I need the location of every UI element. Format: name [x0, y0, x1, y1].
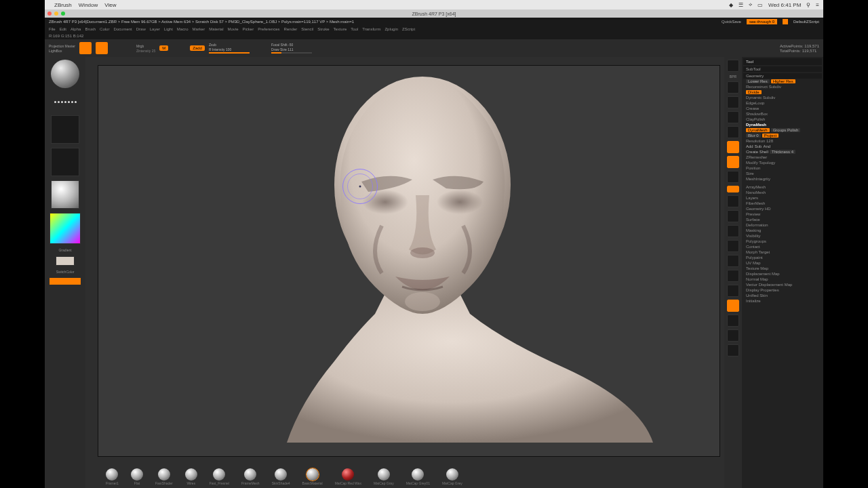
shelf-btn[interactable]	[727, 126, 739, 138]
panel-title[interactable]: Tool	[743, 58, 822, 65]
surface-section[interactable]: Surface	[743, 217, 822, 222]
vdispmap-section[interactable]: Vector Displacement Map	[743, 282, 822, 287]
higherres-button[interactable]: Higher Res	[771, 79, 795, 83]
zoom-button[interactable]	[727, 255, 739, 267]
morphtarget-section[interactable]: Morph Target	[743, 249, 822, 255]
solo-button[interactable]	[727, 344, 739, 357]
menu-item[interactable]: Preferences	[258, 27, 279, 31]
mac-menu-view[interactable]: View	[104, 2, 116, 8]
mac-menu-window[interactable]: Window	[79, 2, 98, 8]
geometry-section[interactable]: Geometry	[743, 73, 822, 79]
projection-master-button[interactable]: Projection Master	[49, 44, 75, 48]
menu-item[interactable]: Marker	[192, 27, 205, 31]
material-selector[interactable]	[51, 180, 79, 209]
material-item[interactable]: Wires	[185, 468, 197, 485]
lightbox-button[interactable]: LightBox	[49, 49, 75, 53]
shelf-btn[interactable]	[727, 96, 739, 108]
gradient-label[interactable]: Gradient	[58, 248, 71, 252]
deformation-section[interactable]: Deformation	[743, 222, 822, 228]
zsub-toggle[interactable]: Zsub	[209, 43, 250, 47]
minimize-icon[interactable]	[54, 12, 58, 16]
menu-item[interactable]: Texture	[334, 27, 347, 31]
dispprops-section[interactable]: Display Properties	[743, 287, 822, 293]
menu-item[interactable]: Zplugin	[384, 27, 398, 31]
menu-item[interactable]: Movie	[228, 27, 239, 31]
xyz-button[interactable]	[727, 186, 739, 192]
draw-mode-button[interactable]	[96, 42, 108, 54]
crease-section[interactable]: Crease	[743, 106, 822, 111]
maximize-icon[interactable]	[61, 12, 65, 16]
texture-selector[interactable]	[51, 148, 79, 176]
material-item[interactable]: SkinShade4	[272, 468, 290, 485]
floor-button[interactable]	[727, 156, 739, 168]
material-item[interactable]: MatCap Grey	[442, 468, 462, 485]
resolution-slider[interactable]: Resolution 128	[743, 138, 822, 144]
nanomesh-section[interactable]: NanoMesh	[743, 190, 822, 195]
layers-section[interactable]: Layers	[743, 195, 822, 201]
dynamesh-section[interactable]: DynaMesh	[743, 122, 822, 127]
fibermesh-section[interactable]: FiberMesh	[743, 201, 822, 206]
groups-polish[interactable]: Groups Polish	[771, 128, 801, 132]
claypolish-section[interactable]: ClayPolish	[743, 117, 822, 122]
quicksave-button[interactable]: QuickSave	[722, 20, 741, 24]
and-button[interactable]: And	[763, 144, 770, 148]
seethrough-slider[interactable]: see-through 0	[747, 19, 777, 24]
color-picker[interactable]	[50, 213, 81, 244]
zadd-toggle[interactable]: Zadd	[190, 45, 205, 51]
defaultscript-toggle[interactable]	[783, 19, 788, 24]
normalmap-section[interactable]: Normal Map	[743, 277, 822, 282]
menu-item[interactable]: ZScript	[402, 27, 415, 31]
ghost-button[interactable]	[727, 329, 739, 342]
dispmap-section[interactable]: Displacement Map	[743, 271, 822, 277]
shelf-btn[interactable]	[727, 111, 739, 123]
blur-slider[interactable]: Blur 0	[746, 134, 761, 138]
initialize-section[interactable]: Initialize	[743, 298, 822, 304]
viewport[interactable]	[98, 65, 720, 457]
unified-section[interactable]: Unified Skin	[743, 293, 822, 298]
menu-item[interactable]: Picker	[243, 27, 254, 31]
preview-section[interactable]: Preview	[743, 211, 822, 217]
mrgb-toggle[interactable]: Mrgb	[136, 44, 155, 48]
m-toggle[interactable]: M	[159, 45, 168, 51]
polygroups-section[interactable]: Polygroups	[743, 239, 822, 244]
position-section[interactable]: Position	[743, 165, 822, 171]
texturemap-section[interactable]: Texture Map	[743, 266, 822, 271]
material-item[interactable]: MatCap Gray	[374, 468, 394, 485]
sub-button[interactable]: Sub	[755, 144, 762, 148]
menu-item[interactable]: Draw	[136, 27, 146, 31]
masking-section[interactable]: Masking	[743, 228, 822, 233]
menu-item[interactable]: Light	[164, 27, 173, 31]
thickness-slider[interactable]: Thickness 4	[770, 150, 795, 154]
alpha-selector[interactable]	[51, 115, 79, 144]
createshell-button[interactable]: Create Shell	[746, 150, 768, 154]
bpr-button[interactable]	[727, 60, 739, 72]
menu-item[interactable]: Brush	[85, 27, 96, 31]
menu-item[interactable]: Material	[209, 27, 223, 31]
menu-item[interactable]: Color	[100, 27, 109, 31]
lowerres-button[interactable]: Lower Res	[746, 79, 770, 83]
canvas-area[interactable]	[85, 57, 724, 488]
menu-item[interactable]: Transform	[362, 27, 380, 31]
scale-button[interactable]	[727, 225, 739, 237]
menu-item[interactable]: Macro	[177, 27, 189, 31]
persp-button[interactable]	[727, 141, 739, 153]
stroke-selector[interactable]	[51, 92, 79, 111]
modtopo-section[interactable]: Modify Topology	[743, 160, 822, 165]
brush-selector[interactable]	[51, 60, 79, 88]
frame-button[interactable]	[727, 195, 739, 207]
arraymesh-section[interactable]: ArrayMesh	[743, 184, 822, 190]
dynamic-subdiv[interactable]: Dynamic Subdiv	[743, 95, 822, 100]
material-item[interactable]: Flat	[131, 468, 143, 485]
material-item[interactable]: FrameMesh	[241, 468, 260, 485]
close-icon[interactable]	[47, 12, 52, 16]
main-color-swatch[interactable]	[56, 256, 75, 266]
visibility-section[interactable]: Visibility	[743, 233, 822, 239]
material-item[interactable]: MatCap Red Wax	[335, 468, 361, 485]
wifi-icon[interactable]: ⟡	[749, 1, 752, 8]
uvmap-section[interactable]: UV Map	[743, 260, 822, 266]
transp-button[interactable]	[727, 314, 739, 327]
menu-item[interactable]: Stencil	[301, 27, 313, 31]
menu-item[interactable]: Edit	[60, 27, 66, 31]
material-item[interactable]: MatCap Grey01	[406, 468, 430, 485]
zremesher-section[interactable]: ZRemesher	[743, 155, 822, 160]
